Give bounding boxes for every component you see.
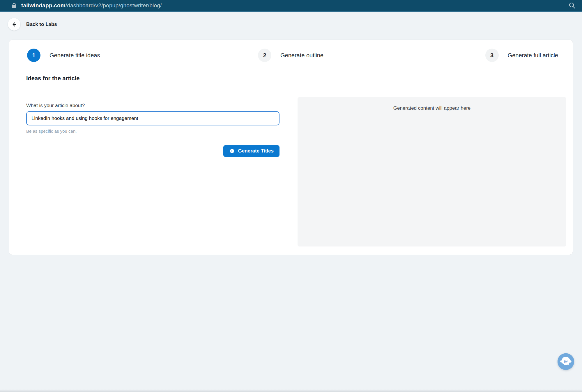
tailwind-ghost-icon: tw xyxy=(558,353,574,370)
section-divider xyxy=(26,86,566,86)
lock-icon xyxy=(12,3,17,8)
step-indicator: 1 Generate title ideas 2 Generate outlin… xyxy=(26,49,566,62)
step-1-number: 1 xyxy=(27,49,40,62)
url-text[interactable]: tailwindapp.com/dashboard/v2/popup/ghost… xyxy=(21,2,162,9)
bottom-shadow xyxy=(0,389,582,392)
step-3-label: Generate full article xyxy=(508,52,558,59)
step-generate-full-article[interactable]: 3 Generate full article xyxy=(485,49,558,62)
step-2-number: 2 xyxy=(258,49,271,62)
generate-titles-label: Generate Titles xyxy=(238,148,274,154)
step-generate-title-ideas[interactable]: 1 Generate title ideas xyxy=(27,49,100,62)
step-2-label: Generate outline xyxy=(280,52,323,59)
ghostwriter-card: 1 Generate title ideas 2 Generate outlin… xyxy=(9,40,573,255)
url-domain: tailwindapp.com xyxy=(21,2,66,8)
back-button[interactable] xyxy=(8,18,20,31)
article-form: What is your article about? Be as specif… xyxy=(26,97,279,246)
article-about-label: What is your article about? xyxy=(26,103,279,109)
zoom-out-icon[interactable] xyxy=(569,2,576,9)
ghostwriter-badge-button[interactable]: tw xyxy=(558,353,574,370)
generated-content-placeholder: Generated content will appear here xyxy=(393,105,471,111)
back-arrow-icon xyxy=(11,22,17,27)
browser-address-bar: tailwindapp.com/dashboard/v2/popup/ghost… xyxy=(0,0,582,12)
back-navigation: Back to Labs xyxy=(8,18,582,31)
generated-content-panel: Generated content will appear here xyxy=(298,97,566,246)
back-label: Back to Labs xyxy=(26,22,57,27)
ghost-icon xyxy=(229,148,235,154)
content-row: What is your article about? Be as specif… xyxy=(26,97,566,246)
generate-titles-button[interactable]: Generate Titles xyxy=(223,145,279,157)
button-row: Generate Titles xyxy=(26,145,279,157)
url-path: /dashboard/v2/popup/ghostwriter/blog/ xyxy=(66,2,162,8)
step-3-number: 3 xyxy=(485,49,499,62)
section-title: Ideas for the article xyxy=(26,75,566,82)
helper-text: Be as specific as you can. xyxy=(26,129,279,134)
step-1-label: Generate title ideas xyxy=(49,52,100,59)
article-topic-input[interactable] xyxy=(26,111,279,125)
svg-text:tw: tw xyxy=(564,359,568,363)
step-generate-outline[interactable]: 2 Generate outline xyxy=(258,49,323,62)
